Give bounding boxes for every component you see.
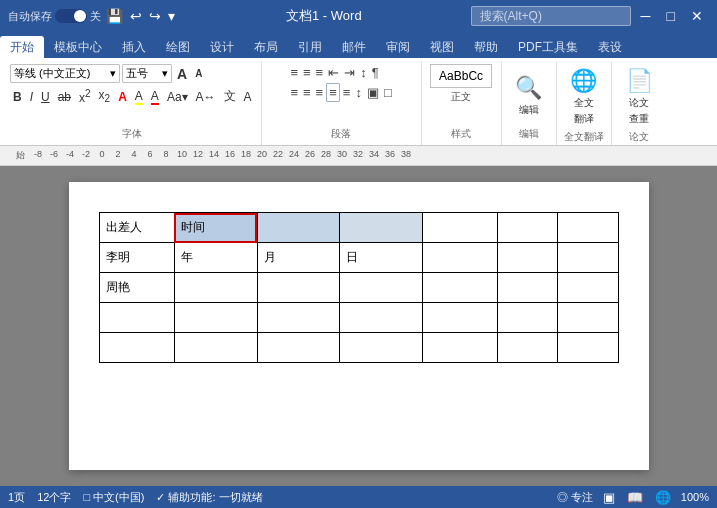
tab-mailings[interactable]: 邮件 <box>332 36 376 58</box>
list-bullet-button[interactable]: ≡ <box>288 64 300 81</box>
read-mode-button[interactable]: 📖 <box>625 490 645 505</box>
table-cell[interactable] <box>257 333 340 363</box>
table-cell[interactable]: 周艳 <box>99 273 174 303</box>
align-center-button[interactable]: ≡ <box>301 83 313 102</box>
table-cell[interactable] <box>498 333 558 363</box>
ruler-mark: 24 <box>286 149 302 162</box>
paper-button[interactable]: 📄 论文 查重 <box>620 64 659 130</box>
undo-button[interactable]: ↩ <box>128 8 144 24</box>
autosave-toggle[interactable] <box>55 9 87 23</box>
style-preview[interactable]: AaBbCc <box>430 64 492 88</box>
tab-home[interactable]: 开始 <box>0 36 44 58</box>
justify-button[interactable]: ≡ <box>326 83 340 102</box>
table-cell[interactable] <box>257 273 340 303</box>
minimize-button[interactable]: ─ <box>635 6 657 26</box>
table-cell[interactable] <box>558 333 618 363</box>
table-cell[interactable] <box>423 303 498 333</box>
table-cell[interactable] <box>340 273 423 303</box>
list-number-button[interactable]: ≡ <box>301 64 313 81</box>
italic-button[interactable]: I <box>27 89 36 105</box>
close-button[interactable]: ✕ <box>685 6 709 26</box>
multilevel-list-button[interactable]: ≡ <box>314 64 326 81</box>
table-cell[interactable] <box>257 303 340 333</box>
table-cell[interactable] <box>174 273 257 303</box>
font-color-button[interactable]: A <box>148 88 162 106</box>
table-cell[interactable] <box>340 303 423 333</box>
tab-table-design[interactable]: 表设 <box>588 36 632 58</box>
tab-references[interactable]: 引用 <box>288 36 332 58</box>
table-cell[interactable] <box>558 243 618 273</box>
edit-button[interactable]: 🔍 编辑 <box>509 71 548 121</box>
table-cell[interactable] <box>558 213 618 243</box>
document-table[interactable]: 出差人 时间 <box>99 212 619 363</box>
clear-format-button[interactable]: A <box>115 89 130 105</box>
char-space-button[interactable]: A↔ <box>193 89 219 105</box>
table-cell[interactable] <box>558 303 618 333</box>
table-cell[interactable] <box>174 303 257 333</box>
tab-help[interactable]: 帮助 <box>464 36 508 58</box>
strikethrough-button[interactable]: ab <box>55 89 74 105</box>
highlight-button[interactable]: A <box>132 88 146 106</box>
tab-layout[interactable]: 布局 <box>244 36 288 58</box>
border-button[interactable]: □ <box>382 83 394 102</box>
tab-review[interactable]: 审阅 <box>376 36 420 58</box>
table-cell[interactable] <box>498 213 558 243</box>
align-right-button[interactable]: ≡ <box>314 83 326 102</box>
font-name-dropdown[interactable]: 等线 (中文正文) ▾ <box>10 64 120 83</box>
subscript-button[interactable]: x2 <box>96 87 114 105</box>
table-cell[interactable] <box>423 213 498 243</box>
distribute-button[interactable]: ≡ <box>341 83 353 102</box>
document-page[interactable]: 出差人 时间 <box>69 182 649 470</box>
table-cell[interactable] <box>99 303 174 333</box>
superscript-button[interactable]: x2 <box>76 87 94 106</box>
ruler-mark: -4 <box>62 149 78 162</box>
table-cell[interactable] <box>174 333 257 363</box>
table-cell[interactable]: 出差人 <box>99 213 174 243</box>
table-cell[interactable]: 月 <box>257 243 340 273</box>
shading-button[interactable]: ▣ <box>365 83 381 102</box>
table-cell[interactable]: 年 <box>174 243 257 273</box>
decrease-indent-button[interactable]: ⇤ <box>326 64 341 81</box>
font-grow-button[interactable]: A <box>174 65 190 83</box>
font-size-dropdown[interactable]: 五号 ▾ <box>122 64 172 83</box>
table-cell[interactable]: 李明 <box>99 243 174 273</box>
translate-button[interactable]: 🌐 全文 翻译 <box>564 64 603 130</box>
table-cell[interactable]: 日 <box>340 243 423 273</box>
table-cell[interactable] <box>423 243 498 273</box>
search-input[interactable] <box>471 6 631 26</box>
table-cell-selected[interactable]: 时间 <box>174 213 257 243</box>
align-left-button[interactable]: ≡ <box>288 83 300 102</box>
table-cell-selected2[interactable] <box>257 213 340 243</box>
redo-button[interactable]: ↪ <box>147 8 163 24</box>
font-style-btn[interactable]: Aa▾ <box>164 89 191 105</box>
tab-design[interactable]: 设计 <box>200 36 244 58</box>
phonetic-button[interactable]: 文 <box>221 87 239 106</box>
table-cell[interactable] <box>498 243 558 273</box>
save-button[interactable]: 💾 <box>104 8 125 24</box>
font-shrink-button[interactable]: A <box>192 67 205 80</box>
line-spacing-button[interactable]: ↕ <box>353 83 364 102</box>
table-cell[interactable] <box>498 303 558 333</box>
customize-button[interactable]: ▾ <box>166 8 177 24</box>
table-cell[interactable] <box>498 273 558 303</box>
tab-draw[interactable]: 绘图 <box>156 36 200 58</box>
table-cell[interactable] <box>340 213 423 243</box>
table-cell[interactable] <box>423 273 498 303</box>
table-cell[interactable] <box>558 273 618 303</box>
tab-view[interactable]: 视图 <box>420 36 464 58</box>
table-cell[interactable] <box>423 333 498 363</box>
web-view-button[interactable]: 🌐 <box>653 490 673 505</box>
maximize-button[interactable]: □ <box>661 6 681 26</box>
bold-button[interactable]: B <box>10 89 25 105</box>
table-cell[interactable] <box>99 333 174 363</box>
print-layout-button[interactable]: ▣ <box>601 490 617 505</box>
sort-button[interactable]: ↕ <box>358 64 369 81</box>
tab-insert[interactable]: 插入 <box>112 36 156 58</box>
increase-indent-button[interactable]: ⇥ <box>342 64 357 81</box>
tab-template[interactable]: 模板中心 <box>44 36 112 58</box>
show-marks-button[interactable]: ¶ <box>370 64 381 81</box>
border-char-button[interactable]: A <box>241 89 255 105</box>
underline-button[interactable]: U <box>38 89 53 105</box>
table-cell[interactable] <box>340 333 423 363</box>
tab-pdf[interactable]: PDF工具集 <box>508 36 588 58</box>
